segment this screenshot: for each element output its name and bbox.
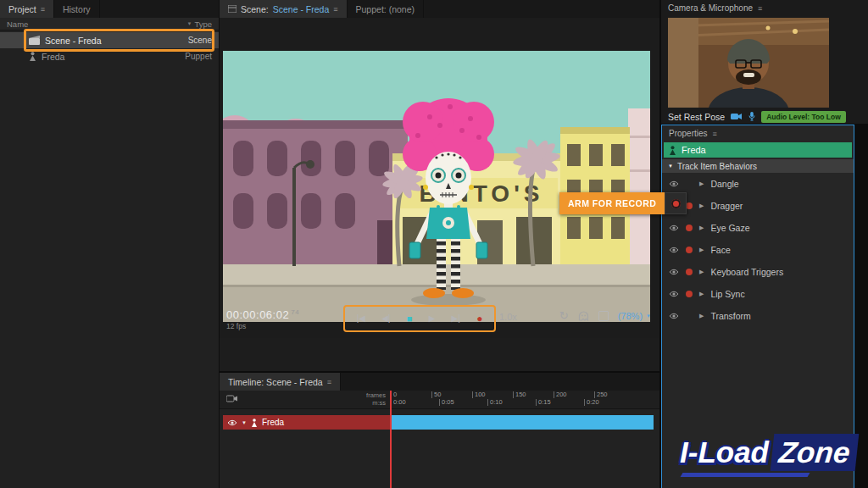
- project-row-scene-freda[interactable]: Scene - Freda Scene: [0, 32, 219, 48]
- eye-icon[interactable]: [669, 313, 679, 319]
- tab-puppet[interactable]: Puppet: (none): [348, 0, 424, 18]
- panel-menu-icon[interactable]: ≡: [758, 4, 762, 13]
- behaviors-section-header[interactable]: ▼ Track Item Behaviors: [662, 159, 854, 173]
- panel-menu-icon[interactable]: ≡: [333, 5, 337, 14]
- column-type[interactable]: ▼ Type: [186, 19, 212, 29]
- tab-history-label: History: [63, 4, 91, 14]
- sort-icon: ▼: [186, 21, 192, 26]
- project-item-type: Puppet: [185, 52, 212, 61]
- behavior-row-face[interactable]: ▶ Face: [662, 239, 854, 261]
- scene-artwork: B NTO'S: [223, 51, 650, 322]
- camera-mic-toggle-icon[interactable]: [226, 394, 238, 403]
- tab-project[interactable]: Project ≡: [0, 0, 54, 18]
- time-tick: 0:00: [391, 399, 406, 406]
- record-dot[interactable]: [686, 225, 693, 231]
- ghost-icon[interactable]: [578, 311, 589, 321]
- watermark-swoosh: [681, 473, 810, 477]
- track-header-freda[interactable]: ▼ Freda: [223, 415, 391, 430]
- panel-menu-icon[interactable]: ≡: [327, 378, 331, 386]
- chevron-down-icon: ▼: [646, 313, 651, 319]
- camera-mic-panel: Camera & Microphone ≡: [661, 0, 868, 124]
- expand-icon[interactable]: ▶: [699, 269, 704, 275]
- frame-tick: 100: [472, 391, 486, 398]
- camera-toggle-icon[interactable]: [731, 113, 743, 120]
- record-button[interactable]: ●: [476, 313, 482, 324]
- column-name[interactable]: Name: [7, 19, 28, 29]
- set-rest-pose-button[interactable]: Set Rest Pose: [668, 112, 725, 122]
- eye-icon[interactable]: [669, 247, 679, 253]
- go-to-start-button[interactable]: |◀: [357, 314, 365, 323]
- tab-scene[interactable]: Scene: Scene - Freda ≡: [220, 0, 348, 18]
- record-dot[interactable]: [686, 269, 693, 275]
- previous-frame-button[interactable]: ◀|: [381, 314, 390, 323]
- behavior-row-lip-sync[interactable]: ▶ Lip Sync: [662, 283, 854, 305]
- behavior-row-dangle[interactable]: ▶ Dangle: [662, 173, 854, 195]
- panel-menu-icon[interactable]: ≡: [41, 5, 45, 14]
- tab-project-label: Project: [8, 4, 36, 14]
- playback-speed[interactable]: 1.0x: [499, 312, 517, 322]
- record-dot[interactable]: [686, 291, 693, 297]
- eye-icon[interactable]: [227, 419, 237, 426]
- clapperboard-icon: [29, 36, 40, 45]
- collapse-icon: ▼: [668, 164, 673, 169]
- tab-timeline-label: Timeline: Scene - Freda: [228, 377, 323, 387]
- arm-record-target[interactable]: [665, 192, 687, 214]
- next-frame-button[interactable]: ▶|: [452, 314, 460, 323]
- frame-counter: 74: [291, 308, 299, 316]
- fps-label: 12 fps: [226, 322, 299, 330]
- behavior-row-dragger[interactable]: ▶ Dragger: [662, 195, 854, 217]
- record-dot[interactable]: [671, 199, 681, 208]
- timeline-track-row: ▼ Freda: [220, 415, 659, 430]
- watermark-text-2: Zone: [771, 434, 859, 471]
- tab-scene-prefix: Scene:: [241, 4, 269, 14]
- behavior-row-eye-gaze[interactable]: ▶ Eye Gaze: [662, 217, 854, 239]
- eye-icon[interactable]: [669, 225, 679, 231]
- track-item-bar[interactable]: [391, 415, 654, 430]
- play-button[interactable]: ▶: [429, 314, 436, 323]
- expand-icon[interactable]: ▶: [699, 180, 704, 187]
- frames-label: frames: [347, 391, 386, 399]
- expand-icon[interactable]: ▶: [699, 202, 704, 209]
- behavior-row-keyboard-triggers[interactable]: ▶ Keyboard Triggers: [662, 261, 854, 283]
- collapse-icon[interactable]: ▼: [242, 420, 247, 425]
- expand-icon[interactable]: ▶: [699, 225, 704, 231]
- tab-timeline[interactable]: Timeline: Scene - Freda ≡: [220, 373, 341, 391]
- timeline-panel: Timeline: Scene - Freda ≡ frames m:ss 0 …: [220, 373, 659, 488]
- scene-icon: [228, 5, 236, 13]
- expand-icon[interactable]: ▶: [699, 291, 704, 297]
- expand-icon[interactable]: ▶: [699, 247, 704, 253]
- eye-icon[interactable]: [669, 269, 679, 275]
- eye-icon[interactable]: [669, 180, 679, 187]
- project-row-freda[interactable]: Freda Puppet: [0, 48, 219, 64]
- zoom-level-dropdown[interactable]: (78%) ▼: [618, 311, 651, 321]
- camera-panel-title: Camera & Microphone ≡: [668, 0, 762, 16]
- track-name: Freda: [262, 418, 284, 427]
- stop-button[interactable]: ■: [407, 314, 413, 324]
- timecode[interactable]: 00:00:06:0274: [226, 308, 299, 321]
- watermark-text-1: I-Load: [680, 434, 769, 471]
- eye-icon[interactable]: [669, 291, 679, 297]
- time-tick: 0:05: [439, 399, 454, 406]
- microphone-toggle-icon[interactable]: [748, 112, 755, 121]
- behavior-row-transform[interactable]: ▶ Transform: [662, 305, 854, 327]
- character-animator-window: Project ≡ History Name ▼ Type Scene - Fr…: [0, 0, 868, 488]
- scene-viewport[interactable]: B NTO'S: [220, 18, 659, 338]
- far-right-building: [628, 108, 650, 267]
- behavior-label: Lip Sync: [710, 289, 744, 299]
- webcam-preview: [668, 18, 829, 108]
- record-dot[interactable]: [686, 247, 693, 253]
- view-tools: ↻ (78%) ▼: [559, 309, 651, 322]
- loop-icon[interactable]: ↻: [559, 309, 569, 322]
- frame-tick: 50: [431, 391, 441, 398]
- panel-menu-icon[interactable]: ≡: [713, 130, 717, 138]
- project-item-type: Scene: [188, 36, 212, 45]
- mauve-building: [223, 120, 408, 267]
- audio-level-badge: Audio Level: Too Low: [761, 111, 846, 123]
- playhead[interactable]: [390, 391, 392, 488]
- tab-history[interactable]: History: [54, 0, 100, 18]
- selected-puppet-row[interactable]: Freda: [664, 142, 852, 158]
- expand-icon[interactable]: ▶: [699, 313, 704, 319]
- frame-tick: 200: [554, 391, 567, 398]
- behavior-label: Dangle: [710, 179, 738, 189]
- snapshot-icon[interactable]: [598, 311, 609, 321]
